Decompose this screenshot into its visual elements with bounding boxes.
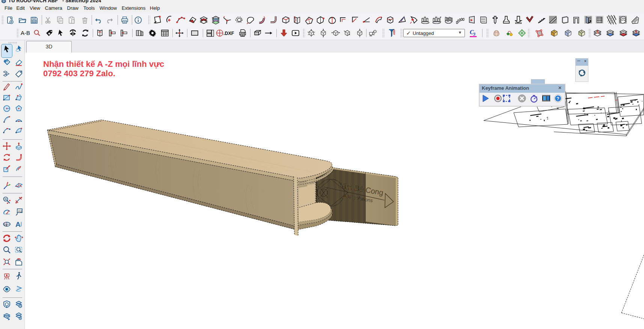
svg-text:A: A bbox=[15, 220, 21, 228]
svg-text:A-B: A-B bbox=[4, 224, 8, 226]
svg-text:.DXF: .DXF bbox=[223, 31, 234, 36]
svg-text:A1: A1 bbox=[18, 209, 22, 213]
svg-text:ABF_: ABF_ bbox=[392, 29, 396, 35]
svg-text:Nhận thiết kế A -Z mọi lĩnh vự: Nhận thiết kế A -Z mọi lĩnh vực bbox=[43, 59, 164, 69]
svg-text:S: S bbox=[596, 30, 599, 34]
svg-text:3: 3 bbox=[473, 32, 475, 37]
svg-text:9: 9 bbox=[635, 30, 637, 34]
svg-text:?: ? bbox=[557, 96, 559, 101]
svg-text:0792 403 279 Zalo.: 0792 403 279 Zalo. bbox=[43, 69, 115, 78]
svg-text:A-B: A-B bbox=[21, 30, 30, 36]
